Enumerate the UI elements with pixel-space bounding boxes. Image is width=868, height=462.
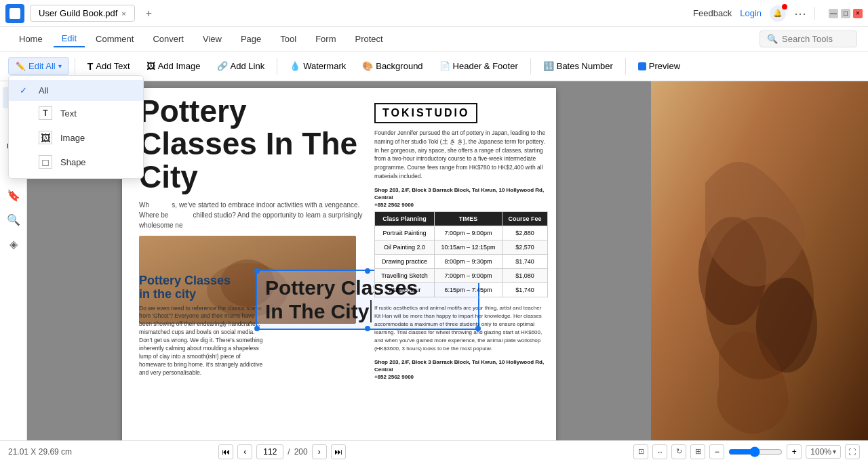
handle-tl[interactable] [254,268,260,274]
checkmark-icon: ✓ [20,85,31,96]
menu-form[interactable]: Form [307,31,344,47]
table-row: Watercolour6:15pm – 7:45pm$1,740 [375,283,548,297]
current-page-input[interactable]: 112 [256,444,283,459]
pdf-page: Pottery Classes In The City Wh s, we've … [122,88,556,440]
col-fee: Course Fee [502,212,548,226]
pdf-viewer[interactable]: Pottery Classes In The City Wh s, we've … [27,81,868,440]
menu-page[interactable]: Page [233,31,269,47]
toolbar-sep-3 [530,58,531,75]
background-label: Background [376,61,422,71]
dropdown-item-image-label: Image [60,133,85,143]
edit-all-label: Edit All [28,61,56,71]
dropdown-item-text-label: Text [60,108,77,119]
header-footer-icon: 📄 [439,61,450,71]
menu-tool[interactable]: Tool [272,31,304,47]
rotate-btn[interactable]: ↻ [671,444,686,459]
close-tab-btn[interactable]: × [121,9,125,18]
page-dimensions: 21.01 X 29.69 cm [8,447,72,457]
maximize-btn[interactable]: □ [841,9,850,18]
sidebar-bookmark-icon[interactable]: 🔖 [3,184,24,206]
menu-convert[interactable]: Convert [144,31,192,47]
preview-btn[interactable]: Preview [631,58,687,75]
close-btn[interactable]: × [853,9,863,18]
fullscreen-btn[interactable]: ⛶ [845,444,860,459]
search-icon: 🔍 [767,34,778,44]
edit-all-dropdown-menu: ✓ All T Text 🖼 Image □ Shape [8,75,144,179]
add-image-icon: 🖼 [146,61,155,71]
header-footer-label: Header & Footer [453,61,518,71]
col-class: Class Planning [375,212,435,226]
dropdown-item-shape-label: Shape [60,157,86,167]
zoom-in-btn[interactable]: + [787,444,802,459]
fit-page-btn[interactable]: ⊡ [633,444,648,459]
toolbar-sep-2 [277,58,277,75]
table-row: Oil Painting 2.010:15am – 12:15pm$2,570 [375,240,548,255]
left-page-content: Pottery Classes In The City Wh s, we've … [139,95,370,440]
dropdown-item-shape[interactable]: □ Shape [9,150,143,174]
preview-label: Preview [649,61,680,71]
small-card-title: Pottery Classesin the city [139,274,264,301]
table-row: Drawing practice8:00pm – 9:30pm$1,740 [375,255,548,269]
zoom-value-btn[interactable]: 100% ▾ [806,445,841,459]
add-text-btn[interactable]: T Add Text [81,58,137,75]
add-text-label: Add Text [96,61,130,71]
zoom-arrow-icon: ▾ [833,448,836,455]
next-page-btn[interactable]: › [312,444,327,459]
toki-address-2: Shop 203, 2/F, Block 3 Barrack Block, Ta… [374,358,548,381]
edit-all-btn[interactable]: ✏️ Edit All ▾ [8,57,69,75]
feedback-btn[interactable]: Feedback [693,8,732,18]
zoom-out-btn[interactable]: − [709,444,724,459]
more-options-btn[interactable]: ⋯ [794,6,806,21]
zoom-slider[interactable] [728,446,783,457]
add-link-label: Add Link [231,61,265,71]
notification-icon[interactable]: 🔔 [770,5,786,22]
pdf-tab[interactable]: User Guild Book.pdf × [30,5,135,22]
menu-home[interactable]: Home [11,31,51,47]
sidebar-layers-icon[interactable]: ◈ [3,233,24,255]
menu-view[interactable]: View [195,31,230,47]
photo-panel [651,81,868,440]
sidebar-search-icon[interactable]: 🔍 [3,209,24,230]
prev-page-btn[interactable]: ‹ [237,444,252,459]
grid-btn[interactable]: ⊞ [690,444,705,459]
toolbar: ✏️ Edit All ▾ ✓ All T Text 🖼 Image □ [0,51,868,81]
app-logo [5,4,24,23]
handle-bl[interactable] [254,326,260,331]
dropdown-arrow-icon: ▾ [58,62,62,70]
toki-description: Founder Jennifer pursued the art of pott… [374,129,548,181]
login-btn[interactable]: Login [740,8,762,18]
menu-bar: Home Edit Comment Convert View Page Tool… [0,27,868,51]
toki-logo-box: TOKISTUDIO [374,103,477,123]
separator [814,7,815,20]
menu-protect[interactable]: Protect [347,31,391,47]
small-card: Pottery Classesin the city Do we even ne… [139,274,264,377]
text-type-icon: T [39,106,52,120]
preview-checkbox-icon [638,62,646,70]
menu-comment[interactable]: Comment [87,31,142,47]
menu-edit[interactable]: Edit [54,30,85,47]
last-page-btn[interactable]: ⏭ [331,444,346,459]
add-link-btn[interactable]: 🔗 Add Link [210,58,272,75]
title-bar: User Guild Book.pdf × + Feedback Login 🔔… [0,0,868,27]
background-btn[interactable]: 🎨 Background [355,58,429,75]
fit-width-btn[interactable]: ↔ [652,444,667,459]
header-footer-btn[interactable]: 📄 Header & Footer [433,58,525,75]
dropdown-item-image[interactable]: 🖼 Image [9,125,143,150]
col-times: TIMES [434,212,502,226]
dropdown-item-all[interactable]: ✓ All [9,80,143,101]
search-tools-input[interactable] [782,34,850,44]
watermark-label: Watermark [303,61,346,71]
toolbar-sep-1 [75,58,75,75]
total-pages: 200 [294,447,308,457]
first-page-btn[interactable]: ⏮ [218,444,233,459]
bates-number-btn[interactable]: 🔢 Bates Number [536,58,620,75]
bates-icon: 🔢 [543,61,554,71]
minimize-btn[interactable]: — [829,9,838,18]
dropdown-item-all-label: All [39,85,48,96]
watermark-btn[interactable]: 💧 Watermark [283,58,353,75]
add-tab-btn[interactable]: + [140,5,157,22]
search-tools-container[interactable]: 🔍 [760,30,857,47]
add-image-btn[interactable]: 🖼 Add Image [140,58,208,75]
dropdown-item-text[interactable]: T Text [9,101,143,125]
zoom-percent: 100% [810,447,831,457]
